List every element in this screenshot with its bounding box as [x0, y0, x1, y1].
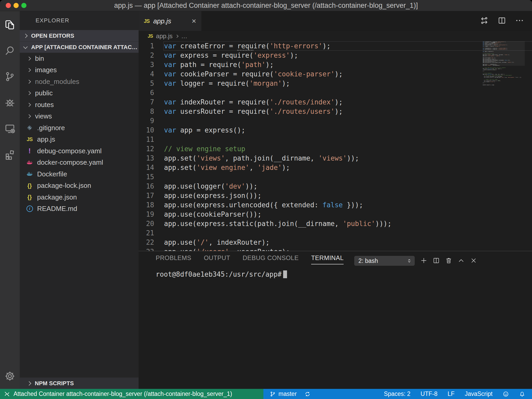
code-line-12[interactable]: 12// view engine setup — [139, 144, 532, 154]
notifications-bell-icon[interactable] — [519, 391, 525, 397]
code-line-23[interactable]: 23app.use('/users', usersRouter); — [139, 247, 532, 251]
close-tab-icon[interactable]: × — [192, 17, 196, 25]
code-line-4[interactable]: 4var cookieParser = require('cookie-pars… — [139, 69, 532, 79]
file-debug-compose.yaml[interactable]: !debug-compose.yaml — [20, 145, 139, 157]
file-app.js[interactable]: JSapp.js — [20, 134, 139, 145]
code-line-19[interactable]: 19app.use(cookieParser()); — [139, 210, 532, 219]
code-line-22[interactable]: 22app.use('/', indexRouter); — [139, 238, 532, 247]
code-line-9[interactable]: 9 — [139, 116, 532, 125]
zoom-window-button[interactable] — [21, 3, 26, 8]
folder-bin[interactable]: bin — [20, 53, 139, 64]
line-number: 10 — [139, 125, 163, 135]
file-.gitignore[interactable]: .gitignore — [20, 122, 139, 134]
breadcrumb-item-file[interactable]: app.js — [156, 32, 173, 40]
minimap[interactable]: var createError = require('http-errors')… — [483, 41, 525, 251]
branch-item[interactable]: master — [270, 390, 297, 397]
close-window-button[interactable] — [6, 3, 11, 8]
close-panel-icon[interactable] — [469, 255, 478, 266]
tree-item-label: Dockerfile — [37, 170, 67, 178]
tab-app-js[interactable]: JS app.js × — [139, 11, 201, 31]
code-text: app.use(express.urlencoded({ extended: f… — [163, 200, 532, 210]
panel-tab-terminal[interactable]: TERMINAL — [311, 254, 344, 264]
line-number: 16 — [139, 182, 163, 191]
open-changes-icon[interactable] — [480, 16, 489, 26]
panel-tab-problems[interactable]: PROBLEMS — [156, 254, 191, 264]
sidebar-title: EXPLORER — [20, 11, 139, 30]
status-item-spaces-2[interactable]: Spaces: 2 — [384, 390, 410, 397]
code-line-15[interactable]: 15 — [139, 172, 532, 182]
code-line-16[interactable]: 16app.use(logger('dev')); — [139, 182, 532, 191]
code-text: var express = require('express'); — [163, 51, 532, 60]
line-number: 12 — [139, 144, 163, 154]
docker-compose-whale-icon — [26, 159, 33, 166]
minimap-slider[interactable] — [483, 41, 525, 66]
code-text: var usersRouter = require('./routes/user… — [163, 107, 532, 116]
kill-terminal-icon[interactable] — [444, 255, 453, 266]
file-package-lock.json[interactable]: {}package-lock.json — [20, 180, 139, 192]
maximize-panel-icon[interactable] — [457, 255, 466, 266]
section-npm-scripts[interactable]: NPM SCRIPTS — [20, 377, 139, 389]
terminal[interactable]: root@8df0ae1eb345:/usr/src/app# — [156, 270, 532, 278]
folder-routes[interactable]: routes — [20, 99, 139, 111]
status-item-javascript[interactable]: JavaScript — [465, 390, 493, 397]
chevron-down-icon — [23, 44, 28, 49]
folder-images[interactable]: images — [20, 64, 139, 76]
split-terminal-icon[interactable] — [432, 255, 441, 266]
folder-node_modules[interactable]: node_modules — [20, 76, 139, 88]
file-docker-compose.yaml[interactable]: docker-compose.yaml — [20, 157, 139, 169]
split-editor-icon[interactable] — [497, 16, 507, 26]
code-line-20[interactable]: 20app.use(express.static(path.join(__dir… — [139, 219, 532, 228]
source-control-icon[interactable] — [0, 64, 20, 90]
code-text — [163, 135, 532, 144]
code-line-11[interactable]: 11 — [139, 135, 532, 144]
code-line-10[interactable]: 10var app = express(); — [139, 125, 532, 135]
file-README.md[interactable]: iREADME.md — [20, 203, 139, 215]
code-line-5[interactable]: 5var logger = require('morgan'); — [139, 79, 532, 88]
code-line-18[interactable]: 18app.use(express.urlencoded({ extended:… — [139, 200, 532, 210]
code-line-14[interactable]: 14app.set('view engine', 'jade'); — [139, 163, 532, 172]
code-line-1[interactable]: 1var createError = require('http-errors'… — [139, 41, 532, 51]
code-line-13[interactable]: 13app.set('views', path.join(__dirname, … — [139, 154, 532, 163]
minimize-window-button[interactable] — [13, 3, 19, 8]
code-line-2[interactable]: 2var express = require('express'); — [139, 51, 532, 60]
readme-info-icon: i — [26, 205, 33, 212]
folder-views[interactable]: views — [20, 111, 139, 122]
status-item-utf-8[interactable]: UTF-8 — [421, 390, 438, 397]
remote-explorer-icon[interactable] — [0, 116, 20, 142]
code-line-17[interactable]: 17app.use(express.json()); — [139, 191, 532, 200]
feedback-smiley-icon[interactable] — [503, 391, 509, 397]
code-text: var logger = require('morgan'); — [163, 79, 532, 88]
panel-tab-debug-console[interactable]: DEBUG CONSOLE — [243, 254, 299, 264]
code-line-6[interactable]: 6 — [139, 88, 532, 97]
code-editor[interactable]: 1var createError = require('http-errors'… — [139, 41, 532, 251]
remote-indicator[interactable]: Attached Container attach-container-blog… — [0, 389, 263, 399]
status-item-lf[interactable]: LF — [448, 390, 455, 397]
code-line-21[interactable]: 21 — [139, 228, 532, 238]
code-text: app.use('/', indexRouter); — [163, 238, 532, 247]
settings-gear-icon[interactable] — [0, 370, 20, 382]
yaml-exclaim-icon: ! — [26, 147, 33, 155]
search-icon[interactable] — [0, 38, 20, 64]
file-Dockerfile[interactable]: Dockerfile — [20, 168, 139, 180]
branch-label: master — [278, 390, 297, 397]
section-project-root[interactable]: APP [ATTACHED CONTAINER ATTAC… — [20, 41, 139, 53]
more-actions-icon[interactable] — [515, 16, 524, 26]
code-line-7[interactable]: 7var indexRouter = require('./routes/ind… — [139, 97, 532, 107]
file-package.json[interactable]: {}package.json — [20, 191, 139, 203]
folder-public[interactable]: public — [20, 88, 139, 99]
tree-item-label: public — [35, 89, 53, 97]
section-open-editors[interactable]: OPEN EDITORS — [20, 30, 139, 41]
code-line-3[interactable]: 3var path = require('path'); — [139, 60, 532, 69]
panel-tab-output[interactable]: OUTPUT — [204, 254, 230, 264]
code-line-8[interactable]: 8var usersRouter = require('./routes/use… — [139, 107, 532, 116]
breadcrumb-more[interactable]: … — [181, 32, 187, 40]
sync-icon[interactable] — [304, 391, 311, 397]
terminal-prompt: root@8df0ae1eb345:/usr/src/app# — [156, 270, 282, 278]
extensions-icon[interactable] — [0, 142, 20, 168]
code-text: var path = require('path'); — [163, 60, 532, 69]
terminal-select[interactable]: 2: bash — [354, 256, 415, 266]
explorer-icon[interactable] — [0, 12, 20, 38]
tree-item-label: images — [35, 66, 57, 74]
run-debug-icon[interactable] — [0, 90, 20, 116]
new-terminal-icon[interactable] — [419, 255, 428, 266]
